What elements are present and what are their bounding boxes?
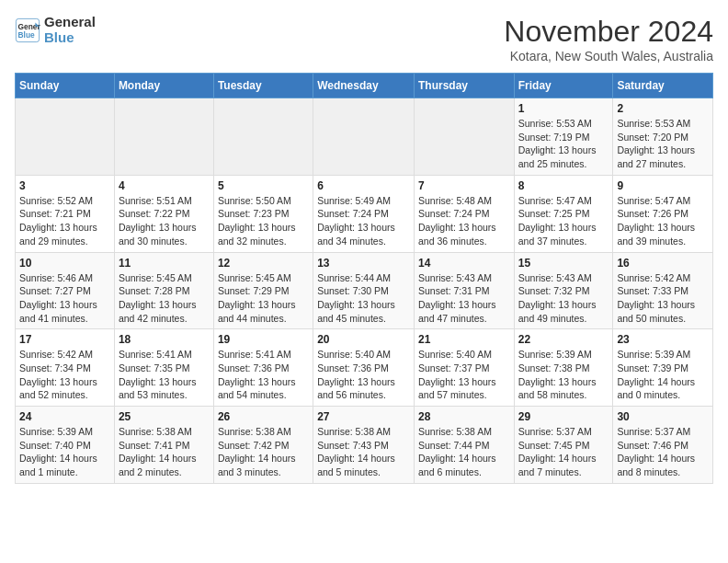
calendar-cell: 30Sunrise: 5:37 AM Sunset: 7:46 PM Dayli… — [613, 407, 713, 484]
cell-info-text: Sunrise: 5:43 AM Sunset: 7:31 PM Dayligh… — [418, 271, 510, 326]
calendar-week-row: 24Sunrise: 5:39 AM Sunset: 7:40 PM Dayli… — [16, 407, 713, 484]
cell-date-number: 28 — [418, 410, 510, 423]
calendar-cell: 14Sunrise: 5:43 AM Sunset: 7:31 PM Dayli… — [414, 252, 514, 329]
day-header-wednesday: Wednesday — [313, 74, 415, 98]
calendar-cell: 22Sunrise: 5:39 AM Sunset: 7:38 PM Dayli… — [514, 329, 613, 407]
calendar-cell: 18Sunrise: 5:41 AM Sunset: 7:35 PM Dayli… — [114, 329, 213, 407]
calendar-cell — [16, 98, 115, 176]
logo: General Blue General Blue — [15, 15, 96, 45]
cell-date-number: 9 — [617, 179, 709, 192]
cell-info-text: Sunrise: 5:47 AM Sunset: 7:26 PM Dayligh… — [617, 194, 709, 248]
day-header-tuesday: Tuesday — [213, 74, 313, 98]
calendar-cell: 6Sunrise: 5:49 AM Sunset: 7:24 PM Daylig… — [313, 175, 415, 252]
calendar-cell: 4Sunrise: 5:51 AM Sunset: 7:22 PM Daylig… — [114, 175, 213, 252]
cell-info-text: Sunrise: 5:47 AM Sunset: 7:25 PM Dayligh… — [518, 194, 609, 248]
calendar-cell: 23Sunrise: 5:39 AM Sunset: 7:39 PM Dayli… — [613, 329, 713, 407]
cell-date-number: 12 — [218, 257, 309, 270]
cell-info-text: Sunrise: 5:39 AM Sunset: 7:38 PM Dayligh… — [518, 348, 609, 402]
cell-date-number: 21 — [418, 333, 510, 346]
cell-date-number: 2 — [617, 102, 709, 115]
calendar-cell: 16Sunrise: 5:42 AM Sunset: 7:33 PM Dayli… — [613, 252, 713, 329]
calendar-cell: 3Sunrise: 5:52 AM Sunset: 7:21 PM Daylig… — [16, 175, 115, 252]
cell-date-number: 24 — [19, 410, 110, 423]
calendar-cell — [213, 98, 313, 176]
cell-info-text: Sunrise: 5:44 AM Sunset: 7:30 PM Dayligh… — [317, 271, 410, 326]
calendar-cell: 21Sunrise: 5:40 AM Sunset: 7:37 PM Dayli… — [414, 329, 514, 407]
calendar-week-row: 1Sunrise: 5:53 AM Sunset: 7:19 PM Daylig… — [16, 98, 713, 176]
cell-date-number: 11 — [119, 257, 210, 270]
cell-date-number: 5 — [218, 179, 309, 192]
calendar-week-row: 17Sunrise: 5:42 AM Sunset: 7:34 PM Dayli… — [16, 329, 713, 407]
calendar-cell — [114, 98, 213, 176]
calendar-cell: 13Sunrise: 5:44 AM Sunset: 7:30 PM Dayli… — [313, 252, 415, 329]
cell-date-number: 13 — [317, 257, 410, 270]
cell-date-number: 7 — [418, 179, 510, 192]
cell-info-text: Sunrise: 5:38 AM Sunset: 7:41 PM Dayligh… — [119, 425, 210, 479]
cell-date-number: 4 — [119, 179, 210, 192]
day-header-thursday: Thursday — [414, 74, 514, 98]
calendar-week-row: 3Sunrise: 5:52 AM Sunset: 7:21 PM Daylig… — [16, 175, 713, 252]
day-header-saturday: Saturday — [613, 74, 713, 98]
calendar-cell: 19Sunrise: 5:41 AM Sunset: 7:36 PM Dayli… — [213, 329, 313, 407]
calendar-cell: 29Sunrise: 5:37 AM Sunset: 7:45 PM Dayli… — [514, 407, 613, 484]
cell-date-number: 16 — [617, 257, 709, 270]
calendar-cell: 1Sunrise: 5:53 AM Sunset: 7:19 PM Daylig… — [514, 98, 613, 176]
calendar-cell: 25Sunrise: 5:38 AM Sunset: 7:41 PM Dayli… — [114, 407, 213, 484]
cell-date-number: 6 — [317, 179, 410, 192]
cell-date-number: 20 — [317, 333, 410, 346]
cell-info-text: Sunrise: 5:38 AM Sunset: 7:42 PM Dayligh… — [218, 425, 309, 479]
calendar-cell: 11Sunrise: 5:45 AM Sunset: 7:28 PM Dayli… — [114, 252, 213, 329]
cell-info-text: Sunrise: 5:45 AM Sunset: 7:28 PM Dayligh… — [119, 271, 210, 326]
calendar-cell: 9Sunrise: 5:47 AM Sunset: 7:26 PM Daylig… — [613, 175, 713, 252]
cell-info-text: Sunrise: 5:53 AM Sunset: 7:20 PM Dayligh… — [617, 117, 709, 171]
cell-date-number: 1 — [518, 102, 609, 115]
cell-date-number: 3 — [19, 179, 110, 192]
cell-info-text: Sunrise: 5:43 AM Sunset: 7:32 PM Dayligh… — [518, 271, 609, 326]
day-header-sunday: Sunday — [16, 74, 115, 98]
calendar-cell: 15Sunrise: 5:43 AM Sunset: 7:32 PM Dayli… — [514, 252, 613, 329]
cell-date-number: 8 — [518, 179, 609, 192]
calendar-cell: 12Sunrise: 5:45 AM Sunset: 7:29 PM Dayli… — [213, 252, 313, 329]
calendar-cell: 27Sunrise: 5:38 AM Sunset: 7:43 PM Dayli… — [313, 407, 415, 484]
calendar-cell: 17Sunrise: 5:42 AM Sunset: 7:34 PM Dayli… — [16, 329, 115, 407]
cell-date-number: 25 — [119, 410, 210, 423]
cell-date-number: 19 — [218, 333, 309, 346]
calendar-cell: 8Sunrise: 5:47 AM Sunset: 7:25 PM Daylig… — [514, 175, 613, 252]
cell-date-number: 18 — [119, 333, 210, 346]
day-header-friday: Friday — [514, 74, 613, 98]
title-block: November 2024 Kotara, New South Wales, A… — [504, 15, 713, 63]
cell-info-text: Sunrise: 5:38 AM Sunset: 7:43 PM Dayligh… — [317, 425, 410, 479]
cell-info-text: Sunrise: 5:40 AM Sunset: 7:36 PM Dayligh… — [317, 348, 410, 402]
cell-date-number: 14 — [418, 257, 510, 270]
cell-info-text: Sunrise: 5:52 AM Sunset: 7:21 PM Dayligh… — [19, 194, 110, 248]
cell-date-number: 10 — [19, 257, 110, 270]
cell-info-text: Sunrise: 5:41 AM Sunset: 7:36 PM Dayligh… — [218, 348, 309, 402]
cell-info-text: Sunrise: 5:37 AM Sunset: 7:46 PM Dayligh… — [617, 425, 709, 479]
calendar-cell: 20Sunrise: 5:40 AM Sunset: 7:36 PM Dayli… — [313, 329, 415, 407]
cell-info-text: Sunrise: 5:46 AM Sunset: 7:27 PM Dayligh… — [19, 271, 110, 326]
cell-info-text: Sunrise: 5:40 AM Sunset: 7:37 PM Dayligh… — [418, 348, 510, 402]
logo-icon: General Blue — [15, 17, 40, 43]
cell-info-text: Sunrise: 5:51 AM Sunset: 7:22 PM Dayligh… — [119, 194, 210, 248]
calendar-week-row: 10Sunrise: 5:46 AM Sunset: 7:27 PM Dayli… — [16, 252, 713, 329]
calendar-cell — [414, 98, 514, 176]
cell-date-number: 29 — [518, 410, 609, 423]
cell-info-text: Sunrise: 5:38 AM Sunset: 7:44 PM Dayligh… — [418, 425, 510, 479]
calendar-cell: 24Sunrise: 5:39 AM Sunset: 7:40 PM Dayli… — [16, 407, 115, 484]
calendar-cell: 2Sunrise: 5:53 AM Sunset: 7:20 PM Daylig… — [613, 98, 713, 176]
cell-info-text: Sunrise: 5:37 AM Sunset: 7:45 PM Dayligh… — [518, 425, 609, 479]
cell-date-number: 17 — [19, 333, 110, 346]
cell-date-number: 27 — [317, 410, 410, 423]
calendar-table: SundayMondayTuesdayWednesdayThursdayFrid… — [15, 73, 713, 484]
logo-text-blue: Blue — [44, 30, 96, 46]
cell-info-text: Sunrise: 5:53 AM Sunset: 7:19 PM Dayligh… — [518, 117, 609, 171]
cell-info-text: Sunrise: 5:45 AM Sunset: 7:29 PM Dayligh… — [218, 271, 309, 326]
svg-text:Blue: Blue — [18, 30, 35, 40]
cell-date-number: 23 — [617, 333, 709, 346]
cell-info-text: Sunrise: 5:49 AM Sunset: 7:24 PM Dayligh… — [317, 194, 410, 248]
cell-date-number: 15 — [518, 257, 609, 270]
cell-date-number: 22 — [518, 333, 609, 346]
cell-info-text: Sunrise: 5:39 AM Sunset: 7:40 PM Dayligh… — [19, 425, 110, 479]
cell-info-text: Sunrise: 5:50 AM Sunset: 7:23 PM Dayligh… — [218, 194, 309, 248]
page-header: General Blue General Blue November 2024 … — [15, 15, 713, 63]
